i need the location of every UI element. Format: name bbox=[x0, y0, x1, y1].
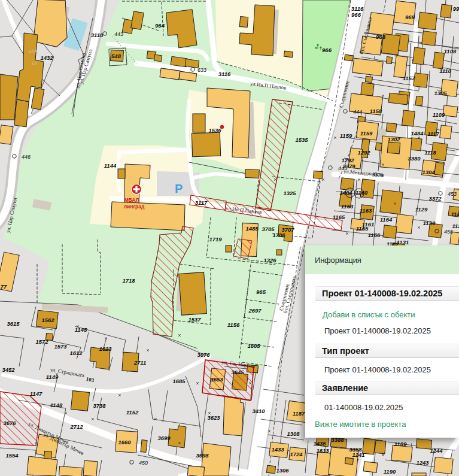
svg-text:966: 966 bbox=[351, 11, 361, 18]
svg-text:1165: 1165 bbox=[333, 214, 345, 220]
svg-text:1302: 1302 bbox=[387, 136, 400, 143]
svg-text:633: 633 bbox=[197, 67, 206, 73]
svg-text:1724: 1724 bbox=[290, 451, 303, 457]
svg-text:456: 456 bbox=[444, 229, 453, 235]
svg-text:1189: 1189 bbox=[394, 441, 407, 447]
svg-text:1163: 1163 bbox=[360, 207, 372, 214]
svg-text:БЛА: БЛА bbox=[29, 49, 37, 53]
svg-text:3615: 3615 bbox=[7, 320, 20, 327]
svg-text:443: 443 bbox=[114, 31, 123, 37]
svg-text:1554: 1554 bbox=[5, 452, 19, 459]
svg-text:1163: 1163 bbox=[341, 203, 354, 210]
svg-text:1605: 1605 bbox=[247, 342, 260, 349]
svg-text:1157: 1157 bbox=[403, 75, 415, 81]
svg-text:1535: 1535 bbox=[295, 137, 308, 143]
svg-text:1485: 1485 bbox=[245, 225, 259, 232]
svg-text:1326: 1326 bbox=[263, 257, 276, 263]
svg-text:1117: 1117 bbox=[427, 131, 439, 137]
svg-text:1562: 1562 bbox=[41, 317, 54, 323]
svg-text:3645: 3645 bbox=[231, 369, 244, 375]
svg-text:1308: 1308 bbox=[287, 430, 300, 437]
svg-text:3116: 3116 bbox=[218, 71, 231, 77]
svg-text:77: 77 bbox=[1, 283, 7, 290]
svg-text:1110: 1110 bbox=[439, 68, 451, 74]
svg-text:1432: 1432 bbox=[40, 54, 53, 61]
svg-text:3623: 3623 bbox=[207, 414, 220, 421]
svg-text:1108: 1108 bbox=[444, 48, 457, 54]
svg-text:1325: 1325 bbox=[283, 190, 296, 196]
svg-text:1164: 1164 bbox=[380, 216, 393, 223]
svg-text:3738: 3738 bbox=[93, 402, 106, 409]
svg-text:965: 965 bbox=[256, 289, 266, 295]
svg-text:1187: 1187 bbox=[293, 410, 305, 417]
svg-text:1685: 1685 bbox=[172, 378, 186, 384]
svg-text:3379: 3379 bbox=[372, 171, 384, 178]
svg-text:964: 964 bbox=[155, 22, 165, 29]
svg-text:1160: 1160 bbox=[355, 189, 368, 196]
svg-text:1144: 1144 bbox=[104, 162, 117, 169]
svg-text:99: 99 bbox=[453, 5, 459, 12]
svg-text:444: 444 bbox=[353, 109, 362, 115]
svg-text:1718: 1718 bbox=[122, 277, 135, 284]
svg-text:линград: линград bbox=[124, 204, 145, 210]
svg-text:1244: 1244 bbox=[430, 447, 443, 454]
svg-text:3117: 3117 bbox=[195, 199, 208, 206]
svg-text:966: 966 bbox=[322, 47, 332, 53]
svg-text:1165: 1165 bbox=[356, 225, 369, 232]
svg-text:1537: 1537 bbox=[188, 316, 201, 323]
svg-text:3410: 3410 bbox=[252, 408, 265, 414]
svg-text:1156: 1156 bbox=[227, 322, 240, 328]
svg-text:1109: 1109 bbox=[433, 111, 445, 118]
svg-text:3452: 3452 bbox=[2, 366, 15, 373]
svg-text:3698: 3698 bbox=[196, 452, 209, 459]
svg-text:3110: 3110 bbox=[91, 32, 104, 38]
svg-text:3676: 3676 bbox=[3, 420, 16, 426]
svg-text:1433: 1433 bbox=[271, 446, 284, 453]
svg-text:1152: 1152 bbox=[126, 409, 139, 416]
svg-text:1130: 1130 bbox=[423, 220, 436, 226]
svg-text:МБАЛ: МБАЛ bbox=[124, 197, 139, 203]
svg-text:1166: 1166 bbox=[368, 232, 381, 238]
svg-text:1573: 1573 bbox=[54, 343, 67, 350]
svg-text:1159: 1159 bbox=[340, 132, 352, 139]
svg-text:1131: 1131 bbox=[397, 239, 409, 245]
svg-text:3699: 3699 bbox=[157, 435, 171, 441]
svg-text:1660: 1660 bbox=[118, 439, 131, 445]
svg-text:2697: 2697 bbox=[248, 307, 262, 314]
svg-text:1719: 1719 bbox=[209, 236, 222, 242]
svg-text:1292: 1292 bbox=[357, 149, 370, 156]
svg-text:1159: 1159 bbox=[360, 130, 373, 137]
svg-text:450: 450 bbox=[139, 460, 148, 466]
svg-text:114: 114 bbox=[451, 211, 459, 217]
svg-text:969: 969 bbox=[405, 14, 415, 20]
svg-text:1190: 1190 bbox=[384, 468, 396, 475]
svg-text:1435: 1435 bbox=[313, 440, 326, 447]
svg-text:2712: 2712 bbox=[69, 423, 83, 430]
svg-text:ЕЛ: ЕЛ bbox=[32, 61, 38, 65]
svg-text:1536: 1536 bbox=[208, 127, 221, 134]
svg-text:1243: 1243 bbox=[416, 459, 429, 466]
svg-text:1612: 1612 bbox=[69, 350, 83, 356]
svg-text:1147: 1147 bbox=[30, 390, 42, 397]
svg-text:3380: 3380 bbox=[408, 155, 421, 162]
svg-text:453: 453 bbox=[448, 191, 457, 197]
svg-text:1118: 1118 bbox=[424, 149, 436, 156]
svg-text:1484: 1484 bbox=[411, 130, 424, 137]
svg-text:1623: 1623 bbox=[99, 345, 112, 352]
svg-text:1148: 1148 bbox=[50, 402, 63, 408]
svg-text:3653: 3653 bbox=[210, 376, 223, 383]
svg-text:2711: 2711 bbox=[133, 359, 146, 366]
svg-text:968: 968 bbox=[376, 34, 386, 40]
svg-text:1304: 1304 bbox=[422, 169, 435, 175]
svg-text:1613: 1613 bbox=[316, 447, 329, 454]
svg-text:3372: 3372 bbox=[428, 195, 442, 202]
svg-text:1158: 1158 bbox=[370, 108, 382, 114]
svg-text:1241: 1241 bbox=[352, 451, 364, 458]
svg-text:112: 112 bbox=[452, 223, 459, 229]
svg-text:1706: 1706 bbox=[272, 232, 285, 238]
svg-text:446: 446 bbox=[22, 154, 31, 160]
svg-text:1404: 1404 bbox=[339, 189, 352, 196]
svg-text:1306: 1306 bbox=[276, 467, 289, 474]
svg-text:548: 548 bbox=[111, 53, 121, 59]
svg-text:1572: 1572 bbox=[35, 338, 48, 345]
